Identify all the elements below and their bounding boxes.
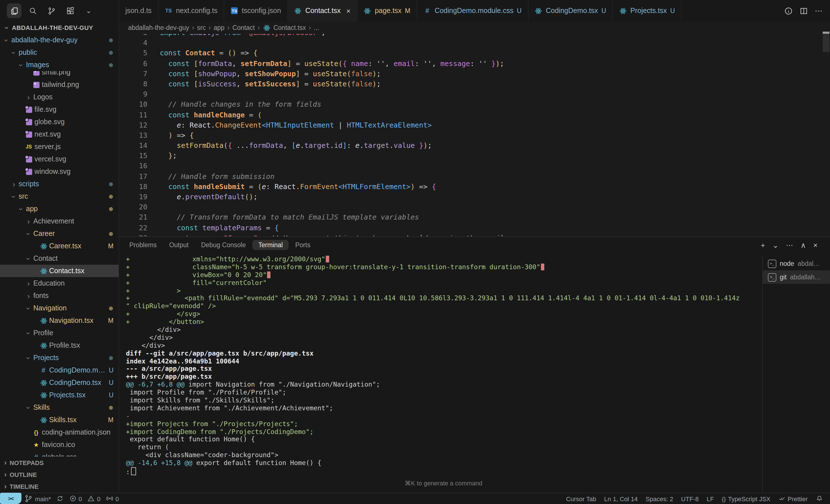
tree-file-coding-animation.json[interactable]: {}coding-animation.json xyxy=(0,426,119,439)
panel-tab-problems[interactable]: Problems xyxy=(124,240,162,250)
git-status-dot xyxy=(109,405,113,409)
tree-folder-Images[interactable]: ›Images xyxy=(0,59,119,71)
tab-dirty-badge: U xyxy=(670,7,675,14)
css-file-icon: # xyxy=(39,366,47,374)
tab-CodingDemo.module.css[interactable]: #CodingDemo.module.cssU xyxy=(417,0,528,22)
breadcrumb-segment[interactable]: Contact.tsx xyxy=(273,24,306,31)
tree-folder-Achievement[interactable]: ›Achievement xyxy=(0,215,119,228)
tree-file-CodingDemo.tsx[interactable]: CodingDemo.tsxU xyxy=(0,376,119,389)
tree-row-content: CodingDemo.tsxU xyxy=(0,379,119,387)
tree-file-Navigation.tsx[interactable]: Navigation.tsxM xyxy=(0,314,119,327)
indentation[interactable]: Spaces: 2 xyxy=(642,495,677,502)
sidebar-section-outline[interactable]: ›OUTLINE xyxy=(0,468,119,480)
explorer-icon[interactable] xyxy=(7,3,22,18)
tab-Projects.tsx[interactable]: Projects.tsxU xyxy=(613,0,682,22)
tree-folder-fonts[interactable]: ›fonts xyxy=(0,290,119,302)
new-terminal-icon[interactable]: + xyxy=(761,241,765,249)
tree-file-globals.css[interactable]: #globals.css xyxy=(0,451,119,457)
tree-file-window.svg[interactable]: window.svg xyxy=(0,165,119,178)
eol[interactable]: LF xyxy=(703,495,718,502)
split-editor-icon[interactable] xyxy=(799,6,808,15)
terminal-profile-dropdown-icon[interactable]: ⌄ xyxy=(772,241,778,249)
breadcrumb-segment[interactable]: src xyxy=(197,24,206,31)
broadcast[interactable]: 0 xyxy=(103,493,122,504)
more-actions-icon[interactable]: ⋯ xyxy=(786,241,793,249)
tree-file-server.js[interactable]: JSserver.js xyxy=(0,140,119,153)
sidebar-section-timeline[interactable]: ›TIMELINE xyxy=(0,480,119,492)
tree-folder-Navigation[interactable]: ›Navigation xyxy=(0,302,119,314)
info-icon[interactable] xyxy=(784,6,793,15)
more-actions-icon[interactable]: ⋯ xyxy=(815,6,823,16)
extensions-icon[interactable] xyxy=(63,3,77,18)
tab-next.config.ts[interactable]: TSnext.config.ts xyxy=(158,0,224,22)
tree-folder-Profile[interactable]: ›Profile xyxy=(0,327,119,339)
maximize-panel-icon[interactable]: ∧ xyxy=(801,241,806,249)
sidebar-section-notepads[interactable]: ›NOTEPADS xyxy=(0,457,119,468)
tree-file-Career.tsx[interactable]: Career.tsxM xyxy=(0,240,119,252)
git-branch[interactable]: main* xyxy=(22,493,54,504)
tree-item-label: app xyxy=(26,205,38,213)
breadcrumb[interactable]: abdallah-the-dev-guy›src›app›Contact›Con… xyxy=(119,22,830,34)
tree-file-Profile.tsx[interactable]: Profile.tsx xyxy=(0,339,119,351)
tree-folder-Projects[interactable]: ›Projects xyxy=(0,351,119,364)
tab-json.d.ts[interactable]: json.d.ts xyxy=(119,0,158,22)
panel-tab-ports[interactable]: Ports xyxy=(290,240,316,250)
tree-folder-Career[interactable]: ›Career xyxy=(0,228,119,240)
tree-folder-abdallah-the-dev-guy[interactable]: ›abdallah-the-dev-guy xyxy=(0,34,119,46)
language-mode[interactable]: {}TypeScript JSX xyxy=(718,495,774,502)
tree-item-label: Profile.tsx xyxy=(49,341,80,349)
search-icon[interactable] xyxy=(25,3,40,18)
tree-file-tailwind.png[interactable]: tailwind.png xyxy=(0,78,119,91)
tree-folder-Contact[interactable]: ›Contact xyxy=(0,252,119,265)
sync-changes[interactable] xyxy=(54,493,66,504)
status-label: UTF-8 xyxy=(681,495,699,502)
code-editor[interactable]: 3import emailjs from '@emailjs/browser';… xyxy=(119,34,830,236)
remote-indicator[interactable]: >< xyxy=(0,493,22,504)
tree-folder-Education[interactable]: ›Education xyxy=(0,277,119,290)
editor-scrollbar[interactable] xyxy=(823,34,829,52)
cursor-position[interactable]: Ln 1, Col 14 xyxy=(600,495,642,502)
tree-folder-app[interactable]: ›app xyxy=(0,203,119,215)
more-views-icon[interactable]: ⌄ xyxy=(81,3,96,18)
errors[interactable]: 0 xyxy=(66,493,85,504)
source-control-icon[interactable] xyxy=(44,3,59,18)
terminal-instance-node[interactable]: >_nodeabdal… xyxy=(763,257,830,270)
close-icon[interactable]: × xyxy=(346,6,350,15)
terminal-output[interactable]: + xmlns="http://www.w3.org/2000/svg"+ cl… xyxy=(126,256,762,493)
tab-CodingDemo.tsx[interactable]: CodingDemo.tsxU xyxy=(528,0,613,22)
chevron-down-icon: › xyxy=(11,193,17,200)
tree-folder-Skills[interactable]: ›Skills xyxy=(0,401,119,414)
tree-file-smal.png[interactable]: smal.png xyxy=(0,71,119,78)
breadcrumb-segment[interactable]: Contact xyxy=(232,24,255,31)
tree-file-file.svg[interactable]: file.svg xyxy=(0,103,119,116)
tree-file-vercel.svg[interactable]: vercel.svg xyxy=(0,153,119,165)
tab-Contact.tsx[interactable]: Contact.tsx× xyxy=(288,0,357,22)
tree-folder-src[interactable]: ›src xyxy=(0,190,119,203)
panel-tab-debug-console[interactable]: Debug Console xyxy=(195,240,252,250)
explorer-section-header[interactable]: › ABDALLAH-THE-DEV-GUY xyxy=(0,22,119,34)
tree-file-next.svg[interactable]: next.svg xyxy=(0,128,119,140)
tree-folder-Logos[interactable]: ›Logos xyxy=(0,91,119,103)
tab-tsconfig.json[interactable]: TStsconfig.json xyxy=(224,0,288,22)
tree-file-Skills.tsx[interactable]: Skills.tsxM xyxy=(0,414,119,426)
tree-file-favicon.ico[interactable]: ★favicon.ico xyxy=(0,439,119,451)
close-panel-icon[interactable]: × xyxy=(813,241,818,249)
breadcrumb-segment[interactable]: abdallah-the-dev-guy xyxy=(128,24,189,31)
breadcrumb-segment[interactable]: ... xyxy=(314,24,319,31)
warnings[interactable]: 0 xyxy=(85,493,103,504)
tree-file-Contact.tsx[interactable]: Contact.tsx xyxy=(0,265,119,277)
encoding[interactable]: UTF-8 xyxy=(677,495,703,502)
tree-file-CodingDemo.m…[interactable]: #CodingDemo.m…U xyxy=(0,364,119,376)
tab-page.tsx[interactable]: page.tsxM xyxy=(357,0,417,22)
panel-tab-output[interactable]: Output xyxy=(163,240,194,250)
tree-folder-public[interactable]: ›public xyxy=(0,46,119,59)
formatter[interactable]: Prettier xyxy=(774,495,812,502)
cursor-tab[interactable]: Cursor Tab xyxy=(562,495,600,502)
breadcrumb-segment[interactable]: app xyxy=(214,24,224,31)
tree-file-Projects.tsx[interactable]: Projects.tsxU xyxy=(0,389,119,401)
tree-folder-scripts[interactable]: ›scripts xyxy=(0,178,119,190)
terminal-instance-git[interactable]: >_gitabdallah… xyxy=(763,270,830,284)
panel-tab-terminal[interactable]: Terminal xyxy=(253,240,289,250)
notifications[interactable] xyxy=(812,495,827,502)
tree-file-globe.svg[interactable]: globe.svg xyxy=(0,116,119,128)
